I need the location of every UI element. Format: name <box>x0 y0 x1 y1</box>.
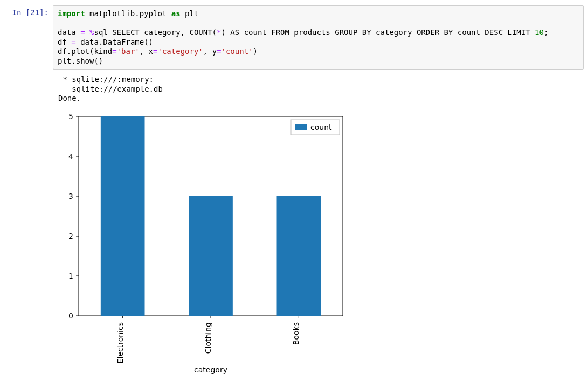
svg-text:0: 0 <box>68 311 73 320</box>
chart-prompt-spacer <box>4 107 53 109</box>
xtick-label: Clothing <box>204 322 212 354</box>
code-input-area[interactable]: import matplotlib.pyplot as plt data = %… <box>53 5 584 70</box>
bar-electronics <box>101 116 145 316</box>
svg-text:5: 5 <box>68 112 73 121</box>
bar-clothing <box>189 196 233 316</box>
output-cell: * sqlite:///:memory: sqlite:///example.d… <box>4 73 584 103</box>
xtick-label: Electronics <box>116 322 124 363</box>
stdout-text: * sqlite:///:memory: sqlite:///example.d… <box>53 73 163 103</box>
xtick-label: Books <box>292 322 300 345</box>
chart-cell: 012345ElectronicsClothingBookscategoryco… <box>4 107 584 375</box>
input-prompt: In [21]: <box>4 5 53 17</box>
bar-chart: 012345ElectronicsClothingBookscategoryco… <box>53 107 348 375</box>
svg-text:1: 1 <box>68 272 73 280</box>
legend-label: count <box>310 123 332 131</box>
chart-svg: 012345ElectronicsClothingBookscategoryco… <box>57 111 348 375</box>
code-cell: In [21]: import matplotlib.pyplot as plt… <box>4 5 584 70</box>
legend-swatch <box>295 124 307 130</box>
x-axis-label: category <box>194 365 227 374</box>
bar-books <box>277 196 321 316</box>
svg-text:2: 2 <box>68 232 73 240</box>
svg-text:4: 4 <box>68 152 73 161</box>
output-prompt-spacer <box>4 73 53 75</box>
svg-text:3: 3 <box>68 192 73 200</box>
code-source[interactable]: import matplotlib.pyplot as plt data = %… <box>58 9 579 66</box>
